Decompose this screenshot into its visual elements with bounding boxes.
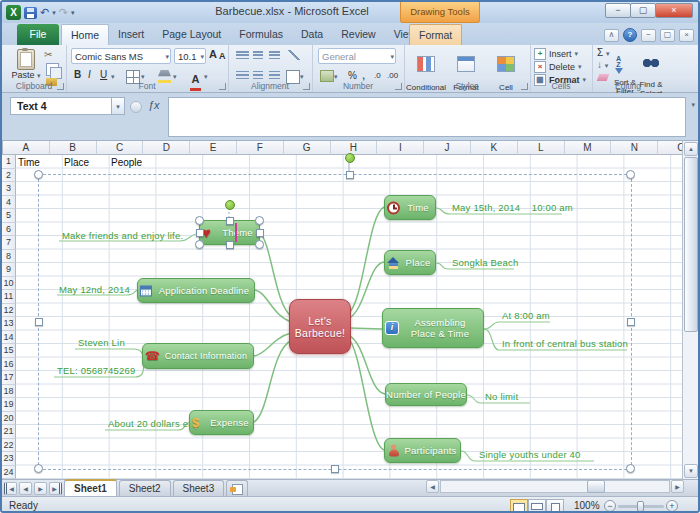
hscroll-track[interactable] [440,480,670,493]
vertical-scroll-thumb[interactable] [684,157,698,332]
column-header[interactable]: L [518,141,565,155]
row-header[interactable]: 12 [2,304,16,318]
shrink-font-button[interactable]: A [219,51,226,61]
name-box-dropdown-icon[interactable]: ▾ [112,97,125,115]
font-color-dropdown-icon[interactable]: ▾ [204,73,208,81]
fill-button[interactable]: ↓ ▾ [597,59,608,70]
row-header[interactable]: 8 [2,250,16,264]
column-header[interactable]: B [50,141,97,155]
formula-input[interactable] [168,97,686,137]
percent-style-button[interactable]: % [348,70,357,81]
tab-page-layout[interactable]: Page Layout [153,24,230,45]
horizontal-scroll-thumb[interactable] [587,480,605,493]
row-header[interactable]: 23 [2,452,16,466]
delete-cells-button[interactable]: × Delete▾ [534,61,582,73]
node-center[interactable]: Let's Barbecue! [289,299,351,354]
shape-handle[interactable] [226,217,234,225]
scroll-up-icon[interactable]: ▲ [684,142,698,156]
row-header[interactable]: 9 [2,263,16,277]
canvas-handle[interactable] [35,318,43,326]
autosum-button[interactable]: Σ ▾ [597,47,609,58]
hscroll-right-icon[interactable]: ▶ [671,480,684,493]
row-header[interactable]: 19 [2,398,16,412]
cell-b1[interactable]: Place [64,157,89,168]
node-time[interactable]: Time [384,195,436,220]
canvas-handle[interactable] [627,318,635,326]
sheet-tab-sheet1[interactable]: Sheet1 [64,479,117,497]
node-contact-information[interactable]: ☎ Contact Information [142,343,254,369]
tab-data[interactable]: Data [292,24,332,45]
page-layout-view-button[interactable] [528,499,546,513]
annotation-assembling-time[interactable]: At 8:00 am [502,310,550,321]
node-assembling[interactable]: i Assembling Place & Time [382,308,484,348]
decrease-decimal-button[interactable]: .00 [387,71,398,80]
shape-handle[interactable] [255,216,264,225]
tab-insert[interactable]: Insert [109,24,153,45]
align-top-icon[interactable] [236,51,249,60]
shape-handle[interactable] [196,229,204,237]
workbook-minimize-icon[interactable]: − [641,29,656,42]
fill-color-dropdown-icon[interactable]: ▾ [173,73,177,81]
clear-icon[interactable] [597,74,610,81]
alignment-dialog-launcher-icon[interactable] [303,83,310,90]
clipboard-dialog-launcher-icon[interactable] [57,83,64,90]
borders-dropdown-icon[interactable]: ▾ [141,73,145,81]
comma-style-button[interactable]: , [362,68,365,82]
hscroll-left-icon[interactable]: ◀ [426,480,439,493]
annotation-participants[interactable]: Single youths under 40 [479,449,581,460]
close-button[interactable]: × [655,3,693,18]
zoom-level[interactable]: 100% [574,500,600,511]
number-dialog-launcher-icon[interactable] [395,83,402,90]
font-dialog-launcher-icon[interactable] [219,83,226,90]
row-header[interactable]: 13 [2,317,16,331]
canvas-handle[interactable] [626,464,635,473]
name-box[interactable]: Text 4 [10,97,112,115]
shape-handle[interactable] [256,229,264,237]
annotation-contact-tel[interactable]: TEL: 0568745269 [57,365,136,376]
align-right-icon[interactable] [269,71,280,80]
row-header[interactable]: 18 [2,385,16,399]
row-header[interactable]: 15 [2,344,16,358]
insert-cells-button[interactable]: + Insert▾ [534,48,578,60]
number-format-combo[interactable]: General ▾ [318,48,396,64]
align-middle-icon[interactable] [253,51,263,60]
help-icon[interactable]: ? [623,28,637,42]
font-family-combo[interactable]: Comic Sans MS ▾ [71,48,171,64]
row-header[interactable]: 4 [2,196,16,210]
normal-view-button[interactable] [510,499,528,513]
row-header[interactable]: 14 [2,331,16,345]
tab-file[interactable]: File [17,24,59,45]
row-header[interactable]: 5 [2,209,16,223]
align-bottom-icon[interactable] [269,51,280,60]
row-header[interactable]: 20 [2,412,16,426]
italic-button[interactable]: I [88,69,91,80]
row-header[interactable]: 11 [2,290,16,304]
row-header[interactable]: 2 [2,169,16,183]
minimize-button[interactable]: − [605,3,631,18]
row-header[interactable]: 16 [2,358,16,372]
align-center-icon[interactable] [253,71,263,80]
row-header[interactable]: 22 [2,439,16,453]
cut-icon[interactable]: ✂ [44,49,52,60]
tab-format[interactable]: Format [409,24,462,46]
column-header[interactable]: K [471,141,518,155]
column-header[interactable]: E [190,141,237,155]
grow-font-button[interactable]: A [209,49,217,59]
tab-review[interactable]: Review [332,24,384,45]
underline-button[interactable]: U [100,69,107,80]
expand-formula-bar-icon[interactable]: ▾ [691,101,695,109]
column-header[interactable]: N [611,141,658,155]
node-expense[interactable]: $ Expense [189,410,254,435]
underline-dropdown-icon[interactable]: ▾ [111,73,115,81]
row-header[interactable]: 10 [2,277,16,291]
column-header[interactable]: I [377,141,424,155]
row-header[interactable]: 17 [2,371,16,385]
column-header[interactable]: M [565,141,612,155]
row-header[interactable]: 7 [2,236,16,250]
last-sheet-icon[interactable]: ▶ [49,482,62,495]
canvas-handle[interactable] [346,171,354,179]
insert-function-icon[interactable]: ƒx [148,99,160,111]
annotation-make-friends[interactable]: Make friends and enjoy life. [62,230,183,241]
column-header[interactable]: J [424,141,471,155]
zoom-in-button[interactable]: + [666,500,678,512]
